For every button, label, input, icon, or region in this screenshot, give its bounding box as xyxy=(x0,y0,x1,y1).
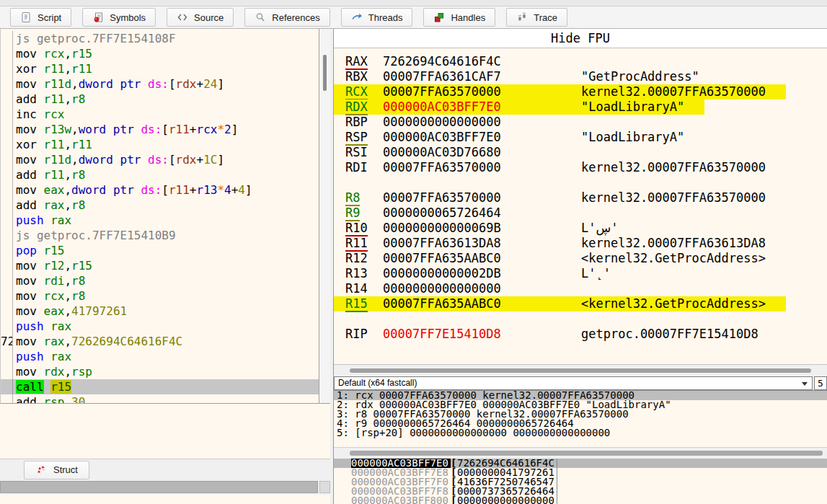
register-value: 7262694C64616F4C xyxy=(383,54,581,69)
register-row-blank xyxy=(334,311,827,327)
register-comment: kernel32.00007FFA63570000 xyxy=(581,84,766,100)
register-row-r15[interactable]: R1500007FFA635AABC0<kernel32.GetProcAddr… xyxy=(334,296,827,311)
disasm-gutter xyxy=(1,198,13,213)
disasm-gutter xyxy=(1,243,13,258)
tab-trace[interactable]: Trace xyxy=(506,8,567,27)
tab-script[interactable]: Script xyxy=(10,8,71,27)
registers-list: RAX7262694C64616F4CRBX00007FFA6361CAF7"G… xyxy=(334,48,827,364)
register-value: 00007FFA63570000 xyxy=(383,190,581,205)
tab-symbols[interactable]: Symbols xyxy=(82,8,156,27)
disassembly-panel[interactable]: js getproc.7FF7E154108Fmov rcx,r15xor r1… xyxy=(0,29,319,404)
threads-icon xyxy=(351,12,363,23)
tab-label: References xyxy=(272,12,319,23)
register-value: 00007FFA63570000 xyxy=(383,160,581,175)
register-row-rax[interactable]: RAX7262694C64616F4C xyxy=(334,54,827,69)
calling-convention-select[interactable]: Default (x64 fastcall) xyxy=(334,376,813,390)
register-value: 000000000000069B xyxy=(383,221,581,236)
argument-row[interactable]: 5: [rsp+20] 0000000000000000 00000000000… xyxy=(334,428,827,438)
disasm-line[interactable]: mov r13w,word ptr ds:[r11+rcx*2] xyxy=(1,122,319,137)
register-row-r13[interactable]: R1300000000000002DBL'˛' xyxy=(334,266,827,281)
tab-handles[interactable]: Handles xyxy=(423,8,495,27)
disasm-line[interactable]: xor r11,r11 xyxy=(1,61,319,76)
argument-count-spinner[interactable]: 5 xyxy=(814,376,827,390)
disasm-line[interactable]: pop r15 xyxy=(1,243,319,258)
disasm-line[interactable]: add rsp,30 xyxy=(1,394,319,404)
disasm-gutter xyxy=(1,61,13,76)
stack-row[interactable]: 000000AC03BFF800[0000000000000000 xyxy=(334,496,827,504)
disassembly-empty-area xyxy=(0,404,330,459)
register-row-rdi[interactable]: RDI00007FFA63570000kernel32.00007FFA6357… xyxy=(334,160,827,175)
disasm-instruction: mov eax,dword ptr ds:[r11+r13*4+4] xyxy=(13,182,252,198)
register-row-r11[interactable]: R1100007FFA63613DA8kernel32.00007FFA6361… xyxy=(334,236,827,251)
disassembly-scrollbar[interactable] xyxy=(319,29,330,404)
tab-threads[interactable]: Threads xyxy=(341,8,413,27)
register-name: R8 xyxy=(345,190,383,205)
disasm-line[interactable]: 72mov rax,7262694C64616F4C xyxy=(1,334,319,349)
disasm-line[interactable]: add r11,r8 xyxy=(1,167,319,182)
calling-convention-row: Default (x64 fastcall) 5 xyxy=(334,376,827,390)
disasm-line[interactable]: mov rcx,r15 xyxy=(1,46,319,61)
disasm-instruction: add r11,r8 xyxy=(13,92,85,107)
hide-fpu-button[interactable]: Hide FPU xyxy=(334,29,827,48)
register-row-r10[interactable]: R10000000000000069BL'ڛ' xyxy=(334,221,827,236)
disasm-line[interactable]: js getproc.7FF7E154108F xyxy=(1,31,319,46)
struct-icon xyxy=(35,464,47,476)
disasm-line[interactable]: mov r11d,dword ptr ds:[rdx+1C] xyxy=(1,152,319,167)
disasm-line[interactable]: mov rdx,rsp xyxy=(1,364,319,379)
disasm-line[interactable]: mov rcx,r8 xyxy=(1,288,319,304)
register-row-rcx[interactable]: RCX00007FFA63570000kernel32.00007FFA6357… xyxy=(334,84,827,100)
disasm-line[interactable]: mov eax,dword ptr ds:[r11+r13*4+4] xyxy=(1,182,319,198)
disasm-instruction: pop r15 xyxy=(13,243,64,258)
disasm-line[interactable]: js getproc.7FF7E15410B9 xyxy=(1,228,319,243)
references-icon xyxy=(255,12,266,23)
disasm-line[interactable]: mov eax,41797261 xyxy=(1,304,319,319)
disasm-line[interactable]: mov r11d,dword ptr ds:[rdx+24] xyxy=(1,76,319,92)
register-row-rbp[interactable]: RBP0000000000000000 xyxy=(334,115,827,130)
arguments-scrollbar-thumb[interactable] xyxy=(350,451,823,456)
register-row-rsp[interactable]: RSP000000AC03BFF7E0"LoadLibraryA" xyxy=(334,130,827,145)
trace-icon xyxy=(516,12,528,23)
struct-scrollbar[interactable] xyxy=(0,480,330,495)
disasm-line[interactable]: push rax xyxy=(1,213,319,228)
disasm-gutter xyxy=(1,304,13,319)
disasm-line[interactable]: mov r12,r15 xyxy=(1,258,319,273)
disasm-gutter xyxy=(1,379,13,394)
register-value: 000000AC03BFF7E0 xyxy=(383,100,581,115)
tab-source[interactable]: Source xyxy=(167,8,234,27)
register-row-r12[interactable]: R1200007FFA635AABC0<kernel32.GetProcAddr… xyxy=(334,251,827,266)
disasm-instruction: xor r11,r11 xyxy=(13,137,92,152)
register-row-r9[interactable]: R90000000065726464 xyxy=(334,205,827,221)
register-value: 00007FF7E15410D8 xyxy=(383,327,581,342)
handles-icon xyxy=(433,12,445,23)
struct-scrollbar-thumb[interactable] xyxy=(0,481,318,493)
disasm-instruction: inc rcx xyxy=(13,107,64,122)
disasm-line[interactable]: xor r11,r11 xyxy=(1,137,319,152)
register-row-rip[interactable]: RIP00007FF7E15410D8getproc.00007FF7E1541… xyxy=(334,327,827,342)
disasm-line[interactable]: inc rcx xyxy=(1,107,319,122)
disasm-line[interactable]: call r15 xyxy=(1,379,319,394)
disasm-line[interactable]: mov rdi,r8 xyxy=(1,273,319,288)
disasm-line[interactable]: add rax,r8 xyxy=(1,198,319,213)
register-comment: L'˛' xyxy=(581,266,611,281)
tab-struct[interactable]: Struct xyxy=(24,461,89,479)
disasm-instruction: js getproc.7FF7E15410B9 xyxy=(13,228,176,243)
disassembly-scrollbar-thumb[interactable] xyxy=(323,55,327,91)
arguments-scrollbar[interactable] xyxy=(334,447,827,459)
disasm-gutter xyxy=(1,182,13,198)
disasm-line[interactable]: add r11,r8 xyxy=(1,92,319,107)
register-row-rdx[interactable]: RDX000000AC03BFF7E0"LoadLibraryA" xyxy=(334,100,827,115)
pane-splitter[interactable] xyxy=(334,364,827,376)
disasm-line[interactable]: push rax xyxy=(1,349,319,364)
register-row-r8[interactable]: R800007FFA63570000kernel32.00007FFA63570… xyxy=(334,190,827,205)
register-name: RSP xyxy=(345,130,383,145)
pane-splitter-handle[interactable] xyxy=(350,368,811,373)
register-row-rsi[interactable]: RSI000000AC03D76680 xyxy=(334,145,827,160)
tab-references[interactable]: References xyxy=(244,8,330,27)
disasm-instruction: call r15 xyxy=(13,379,71,394)
disasm-gutter xyxy=(1,228,13,243)
disasm-gutter xyxy=(1,152,13,167)
register-row-r14[interactable]: R140000000000000000 xyxy=(334,281,827,296)
disasm-line[interactable]: push rax xyxy=(1,319,319,334)
register-value: 00007FFA635AABC0 xyxy=(383,251,581,266)
register-row-rbx[interactable]: RBX00007FFA6361CAF7"GetProcAddress" xyxy=(334,69,827,84)
